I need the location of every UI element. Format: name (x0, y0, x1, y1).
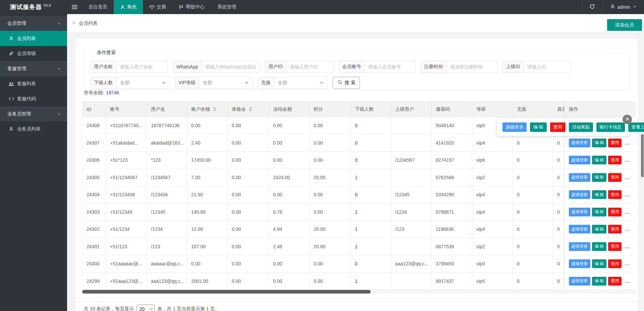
userid-input[interactable] (286, 61, 333, 72)
add-member-button[interactable]: 添加会员 (607, 19, 642, 31)
disable-button[interactable]: 禁用 (608, 156, 622, 164)
subordinates-select[interactable]: 全部 (116, 77, 169, 89)
super-login-button[interactable]: 超级登录 (569, 190, 590, 199)
nav-item-trade[interactable]: 交易 (143, 0, 172, 14)
sidebar-group-service[interactable]: 客服管理 (0, 61, 67, 76)
sort-asc-button[interactable] (249, 107, 252, 109)
content-card: 条件搜索 用户名称WhatsApp用户ID会员账号注册时间上级ID 下级人数全部… (75, 39, 638, 311)
edit-button[interactable]: 编 辑 (592, 225, 606, 234)
super-login-button[interactable]: 超级登录 (569, 225, 590, 234)
sidebar-item-service-list[interactable]: 客服列表 (0, 76, 67, 91)
disable-button[interactable]: 禁用 (608, 173, 622, 182)
cell-username: akaidad@163... (147, 135, 187, 152)
super-login-button[interactable]: 超级登录 (569, 242, 590, 251)
super-login-button[interactable]: 超级登录 (502, 122, 527, 132)
super-login-button[interactable]: 超级登录 (569, 173, 590, 182)
cell-subordinates[interactable]: 1 (351, 273, 391, 290)
refresh-button[interactable] (582, 0, 602, 14)
filter-recharge: 充值全部 (258, 77, 328, 89)
cell-subordinates[interactable]: 0 (351, 135, 391, 152)
sort-desc-button[interactable] (213, 110, 216, 111)
sort-asc-button[interactable] (213, 107, 216, 109)
disable-button[interactable]: 禁用 (608, 139, 622, 147)
more-actions-button[interactable]: ... (625, 261, 630, 267)
cell-subordinates[interactable]: 0 (351, 117, 391, 134)
more-actions-button[interactable]: ... (625, 244, 630, 250)
nav-item-home[interactable]: 后台首页 (82, 0, 114, 14)
disable-button[interactable]: 禁用 (608, 242, 622, 251)
bank-card-info-button[interactable]: 银行卡信息 (596, 122, 625, 132)
edit-button[interactable]: 编 辑 (592, 259, 606, 268)
view-superior-button[interactable]: 查看上级 (628, 122, 644, 132)
cell-subordinates[interactable]: 1 (351, 238, 391, 255)
cell-subordinates[interactable]: 1 (351, 169, 391, 186)
disable-button[interactable]: 禁用 (608, 225, 622, 234)
cell-id: 24302 (83, 221, 106, 238)
cell-frozen: 0.00 (269, 135, 310, 152)
cell-trial: 0.00 (228, 135, 269, 152)
super-login-button[interactable]: 超级登录 (569, 259, 590, 268)
edit-button[interactable]: 编 辑 (592, 208, 606, 216)
account-input[interactable] (365, 61, 415, 72)
cell-level: vip4 (472, 186, 513, 203)
whatsapp-input[interactable] (202, 61, 260, 72)
disable-button[interactable]: 禁用 (608, 190, 622, 199)
horizontal-scrollbar-thumb[interactable] (82, 290, 371, 294)
edit-button[interactable]: 编 辑 (592, 242, 606, 251)
superior-input[interactable] (524, 61, 571, 72)
cell-subordinates[interactable]: 0 (351, 255, 391, 272)
sidebar-group-member[interactable]: 会员管理 (0, 16, 67, 31)
username-input[interactable] (116, 61, 167, 72)
vip-level-select[interactable]: 全部 (199, 77, 252, 89)
disable-button[interactable]: 禁用 (550, 122, 566, 132)
cell-subordinates[interactable]: 1 (351, 221, 391, 238)
activity-bonus-button[interactable]: 活动奖励 (569, 122, 593, 132)
cell-subordinates[interactable]: 1 (351, 204, 391, 221)
vertical-scrollbar-thumb[interactable] (641, 134, 644, 177)
edit-button[interactable]: 编 辑 (592, 156, 606, 164)
sidebar-item-service-code[interactable]: 客服代码 (0, 91, 67, 106)
edit-button[interactable]: 编 辑 (592, 190, 606, 199)
search-button[interactable]: 搜 索 (333, 77, 360, 89)
super-login-button[interactable]: 超级登录 (569, 139, 590, 147)
more-actions-button[interactable]: ... (625, 140, 630, 146)
super-login-button[interactable]: 超级登录 (569, 277, 590, 286)
horizontal-scrollbar-track[interactable] (82, 290, 636, 294)
regtime-input[interactable] (447, 61, 497, 72)
sidebar-item-salesman-list[interactable]: 业务员列表 (0, 121, 67, 137)
more-actions-button[interactable]: ... (625, 192, 630, 198)
cell-points: 20.00 (310, 169, 351, 186)
nav-item-role[interactable]: 角色 (114, 0, 143, 14)
nav-item-system[interactable]: 系统管理 (211, 0, 243, 14)
more-actions-button[interactable]: ... (625, 174, 630, 180)
cell-username: aaaaac@qq.c... (147, 255, 187, 272)
more-actions-button[interactable]: ... (625, 278, 630, 284)
close-popup-button[interactable] (623, 115, 632, 124)
edit-button[interactable]: 编 辑 (530, 122, 547, 132)
more-actions-button[interactable]: ... (625, 226, 630, 232)
edit-button[interactable]: 编 辑 (592, 139, 606, 147)
disable-button[interactable]: 禁用 (608, 259, 622, 268)
disable-button[interactable]: 禁用 (608, 208, 622, 216)
sidebar-item-member-level[interactable]: 会员等级 (0, 46, 67, 61)
cell-recharge: 0 (513, 135, 553, 152)
cell-subordinates[interactable]: 0 (351, 152, 391, 169)
sidebar-group-salesman[interactable]: 业务员管理 (0, 106, 67, 121)
sidebar-item-member-list[interactable]: 会员列表 (0, 31, 67, 46)
edit-button[interactable]: 编 辑 (592, 173, 606, 182)
more-actions-button[interactable]: ... (625, 157, 630, 163)
total-balance: 所有余额:19746 (84, 90, 119, 96)
disable-button[interactable]: 禁用 (608, 277, 622, 286)
more-actions-button[interactable]: ... (625, 209, 630, 215)
user-menu[interactable]: admin (602, 0, 644, 14)
edit-button[interactable]: 编 辑 (592, 277, 606, 286)
sort-desc-button[interactable] (249, 110, 252, 111)
cell-subordinates[interactable]: 0 (351, 186, 391, 203)
page-size-select[interactable]: 20 (137, 305, 155, 311)
menu-toggle-button[interactable] (67, 0, 82, 14)
recharge-select[interactable]: 全部 (274, 77, 327, 89)
nav-item-help[interactable]: 帮助中心 (172, 0, 211, 14)
cell-account: +51/12345 (106, 204, 147, 221)
super-login-button[interactable]: 超级登录 (569, 156, 590, 164)
super-login-button[interactable]: 超级登录 (569, 208, 590, 216)
